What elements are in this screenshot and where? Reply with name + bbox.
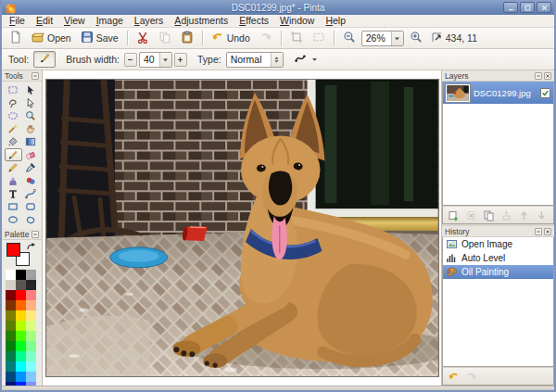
zoom-combo[interactable]: 26% <box>361 31 404 46</box>
menu-image[interactable]: Image <box>91 15 129 27</box>
palette-swatch[interactable] <box>16 382 26 386</box>
tool-recolor[interactable] <box>22 174 40 187</box>
tool-pan[interactable] <box>22 122 40 135</box>
tool-eraser[interactable] <box>22 148 40 161</box>
palette-swatch[interactable] <box>6 372 16 382</box>
palette-swatch[interactable] <box>16 351 26 361</box>
palette-swatch[interactable] <box>6 341 16 351</box>
layers-panel-close-button[interactable] <box>544 72 551 80</box>
history-item[interactable]: Auto Level <box>443 251 553 265</box>
tool-paintbrush[interactable] <box>5 148 22 161</box>
palette-swatch[interactable] <box>26 290 36 300</box>
canvas-image[interactable] <box>45 79 439 377</box>
history-undo-button[interactable] <box>446 369 461 384</box>
palette-swatch[interactable] <box>6 290 16 300</box>
palette-swatch[interactable] <box>26 341 36 351</box>
tool-rectangle[interactable] <box>5 200 22 213</box>
palette-swatch[interactable] <box>16 310 26 321</box>
palette-swatch[interactable] <box>26 361 36 372</box>
menu-adjustments[interactable]: Adjustments <box>169 15 234 27</box>
palette-swatch[interactable] <box>16 321 26 331</box>
swap-colors-icon[interactable] <box>25 241 34 250</box>
menu-effects[interactable]: Effects <box>234 15 274 27</box>
palette-swatch[interactable] <box>6 331 16 341</box>
history-redo-button[interactable] <box>463 369 478 384</box>
palette-swatch[interactable] <box>26 351 36 361</box>
merge-layer-down-button[interactable] <box>499 208 513 222</box>
menu-edit[interactable]: Edit <box>31 15 58 27</box>
palette-swatch[interactable] <box>26 321 36 331</box>
add-layer-button[interactable] <box>446 208 461 222</box>
history-item[interactable]: Open Image <box>443 237 553 251</box>
move-layer-down-button[interactable] <box>534 208 549 222</box>
palette-swatch[interactable] <box>6 382 16 386</box>
palette-swatch[interactable] <box>26 372 36 382</box>
tool-line-curve[interactable] <box>22 187 40 200</box>
minimize-button[interactable] <box>503 2 518 13</box>
palette-swatch[interactable] <box>16 331 26 341</box>
copy-button[interactable] <box>155 30 175 47</box>
history-panel-close-button[interactable] <box>544 228 551 235</box>
paste-button[interactable] <box>177 30 197 47</box>
tool-rectangle-select[interactable] <box>5 83 22 96</box>
tools-panel-minimize-button[interactable] <box>32 72 39 80</box>
redo-button[interactable] <box>256 30 276 47</box>
brush-width-increase-button[interactable] <box>174 53 187 67</box>
palette-swatch[interactable] <box>6 351 16 361</box>
palette-swatch[interactable] <box>26 270 36 280</box>
menu-help[interactable]: Help <box>320 15 351 27</box>
close-button[interactable] <box>537 2 551 13</box>
tool-magic-wand[interactable] <box>5 122 22 135</box>
tool-text[interactable] <box>5 187 22 200</box>
duplicate-layer-button[interactable] <box>481 208 496 222</box>
palette-swatch[interactable] <box>26 331 36 341</box>
blend-type-combo[interactable]: Normal <box>226 52 284 68</box>
zoom-dropdown-button[interactable] <box>391 32 403 45</box>
palette-swatch[interactable] <box>26 382 36 386</box>
delete-layer-button[interactable] <box>463 208 478 222</box>
canvas-area[interactable] <box>43 70 441 386</box>
zoom-in-button[interactable] <box>406 30 426 47</box>
palette-swatch[interactable] <box>16 290 26 300</box>
brush-width-decrease-button[interactable] <box>124 53 137 67</box>
palette-swatch[interactable] <box>26 300 36 310</box>
palette-swatch[interactable] <box>16 300 26 310</box>
palette-swatch[interactable] <box>6 300 16 310</box>
palette-swatch[interactable] <box>26 310 36 321</box>
tool-pencil[interactable] <box>5 161 22 174</box>
deselect-button[interactable] <box>309 30 329 47</box>
save-button[interactable]: Save <box>77 30 122 47</box>
menu-layers[interactable]: Layers <box>129 15 170 27</box>
layer-visible-checkbox[interactable] <box>540 88 550 98</box>
tool-freeform-shape[interactable] <box>22 213 40 226</box>
tool-move-selected[interactable] <box>22 83 40 96</box>
palette-swatch[interactable] <box>26 280 36 290</box>
tool-gradient[interactable] <box>22 135 40 148</box>
cut-button[interactable] <box>133 30 153 47</box>
tool-move-selection[interactable] <box>22 96 40 109</box>
tool-paint-bucket[interactable] <box>5 135 22 148</box>
menu-view[interactable]: View <box>58 15 91 27</box>
palette-swatch[interactable] <box>16 280 26 290</box>
brush-width-combo[interactable]: 40 <box>139 52 172 68</box>
primary-color-swatch[interactable] <box>6 243 20 257</box>
open-button[interactable]: Open <box>28 30 75 47</box>
zoom-out-button[interactable] <box>339 30 360 47</box>
brush-width-dropdown-button[interactable] <box>159 53 171 67</box>
maximize-button[interactable] <box>520 2 535 13</box>
history-panel-minimize-button[interactable] <box>535 228 542 235</box>
palette-swatch[interactable] <box>6 280 16 290</box>
tool-color-picker[interactable] <box>22 161 40 174</box>
palette-swatch[interactable] <box>6 321 16 331</box>
current-tool-button[interactable] <box>33 51 56 68</box>
history-item[interactable]: Oil Painting <box>443 265 553 279</box>
tool-ellipse-select[interactable] <box>5 109 22 122</box>
layer-row[interactable]: DSC01299.jpg <box>443 82 553 104</box>
tool-rounded-rectangle[interactable] <box>22 200 40 213</box>
tool-ellipse[interactable] <box>5 213 22 226</box>
crop-to-selection-button[interactable] <box>286 30 307 47</box>
palette-swatch[interactable] <box>6 361 16 372</box>
line-style-button[interactable] <box>291 51 322 69</box>
tool-zoom[interactable] <box>22 109 40 122</box>
palette-swatch[interactable] <box>16 270 26 280</box>
